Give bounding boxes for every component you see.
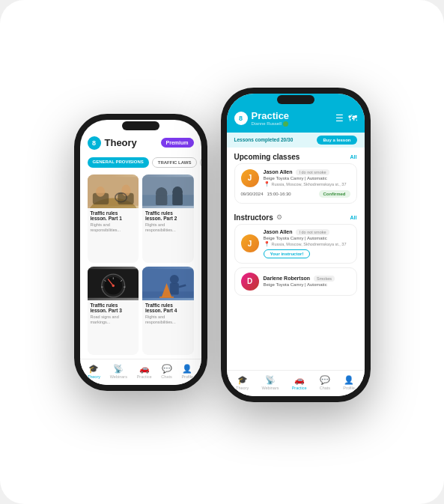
instructor-card-1[interactable]: J Jason Allen I do not smoke Beige Toyot…: [234, 224, 357, 264]
nav-chats[interactable]: 💬 Chats: [161, 364, 171, 379]
lesson-desc-1: Rights and responsibilities...: [91, 222, 136, 232]
svg-rect-29: [159, 297, 174, 298]
tab-categ[interactable]: CATEG...: [200, 157, 201, 168]
nav-theory[interactable]: 🎓 Theory: [88, 364, 100, 379]
lesson-name-1: Traffic rules lesson. Part 1: [91, 210, 136, 222]
smoke-badge: I do not smoke: [296, 169, 329, 175]
lesson-name-2: Traffic rules lesson. Part 2: [145, 210, 191, 222]
lesson-card-2[interactable]: Traffic rules lesson. Part 2 Rights and …: [142, 174, 194, 263]
p-chats-nav-icon: 💬: [320, 375, 330, 385]
instructor-1-avatar: J: [241, 234, 259, 252]
nav-webinars[interactable]: 📡 Webinars: [110, 364, 127, 379]
theory-screen: 8 Theory Premium GENERAL PROVISIONS TRAF…: [80, 120, 201, 385]
practice-nav-webinars[interactable]: 📡 Webinars: [261, 375, 279, 390]
svg-rect-26: [170, 283, 179, 294]
p-webinars-nav-icon: 📡: [265, 375, 276, 385]
p-theory-nav-icon: 🎓: [237, 375, 248, 385]
lesson-card-4[interactable]: Traffic rules lesson. Part 4 Rights and …: [142, 267, 194, 355]
theory-bottom-nav: 🎓 Theory 📡 Webinars 🚗 Practice 💬 Chats: [80, 359, 201, 385]
notch-right: [277, 95, 314, 104]
svg-point-22: [112, 284, 114, 286]
instructors-section: Instructors ⚙ All J: [227, 208, 365, 370]
chats-nav-icon: 💬: [162, 364, 172, 374]
p-practice-nav-icon: 🚗: [294, 375, 305, 385]
nav-theory-label: Theory: [88, 374, 100, 379]
practice-nav-theory[interactable]: 🎓 Theory: [236, 375, 249, 390]
verified-icon: [283, 121, 288, 127]
tab-traffic[interactable]: TRAFFIC LAWS: [152, 157, 198, 168]
practice-logo: 8: [234, 112, 248, 125]
p-profile-nav-icon: 👤: [344, 375, 354, 385]
map-icon[interactable]: 🗺: [348, 113, 357, 124]
nav-chats-label: Chats: [161, 374, 171, 379]
svg-point-4: [96, 186, 105, 197]
filter-icon[interactable]: ⚙: [276, 213, 282, 221]
lesson-desc-2: Rights and responsibilities...: [145, 222, 191, 232]
right-phone: 8 Practice Dianne Russell ☰ 🗺: [221, 88, 371, 402]
practice-screen: 8 Practice Dianne Russell ☰ 🗺: [227, 94, 365, 396]
instructor-2-row: D Darlene Robertson Smokes Beige Toyota …: [241, 273, 350, 291]
left-phone: 8 Theory Premium GENERAL PROVISIONS TRAF…: [74, 114, 207, 391]
svg-rect-8: [142, 195, 194, 206]
profile-nav-icon: 👤: [182, 364, 192, 374]
instructor-2-car: Beige Toyota Camry | Automatic: [264, 282, 350, 287]
practice-nav-profile[interactable]: 👤 Profile: [343, 375, 355, 390]
nav-webinars-label: Webinars: [110, 374, 127, 379]
p-nav-chats-label: Chats: [320, 386, 330, 390]
nav-practice[interactable]: 🚗 Practice: [137, 364, 152, 379]
nav-practice-label: Practice: [137, 374, 152, 379]
instructor-1-location-icon: 📍: [264, 241, 270, 247]
practice-title-block: Practice Dianne Russell: [252, 110, 290, 127]
your-instructor-button[interactable]: Your instructor!: [264, 249, 311, 258]
instructor-1-smoke: I do not smoke: [296, 229, 329, 235]
svg-rect-12: [172, 193, 183, 204]
p-nav-profile-label: Profile: [343, 386, 355, 390]
instructor-1-name-row: Jason Allen I do not smoke: [264, 229, 350, 235]
p-nav-webinars-label: Webinars: [261, 386, 279, 390]
svg-rect-10: [156, 195, 167, 205]
lessons-grid: Traffic rules lesson. Part 1 Rights and …: [80, 171, 201, 359]
notch-left: [122, 121, 159, 130]
upcoming-title: Upcoming classes: [234, 153, 300, 161]
instructor-1-row: J Jason Allen I do not smoke Beige Toyot…: [241, 229, 350, 258]
lesson-name-3: Traffic rules lesson. Part 3: [91, 303, 136, 315]
buy-lesson-button[interactable]: Buy a lesson: [317, 136, 356, 145]
class-instructor-avatar: J: [241, 169, 259, 187]
theory-nav-icon: 🎓: [88, 364, 99, 374]
class-card[interactable]: J Jason Allen I do not smoke Beige Toyot…: [234, 163, 357, 204]
list-icon[interactable]: ☰: [335, 113, 344, 124]
instructor-1-location: 📍 Russia, Moscow, Skhodnemskaya st., 37: [264, 241, 350, 247]
practice-title: Practice: [252, 110, 290, 121]
class-date: 09/30/2024 15:00-16:30: [241, 192, 291, 196]
upcoming-all-link[interactable]: All: [350, 154, 357, 160]
nav-profile[interactable]: 👤 Profile: [181, 364, 193, 379]
class-instructor-info: Jason Allen I do not smoke Beige Toyota …: [264, 169, 350, 187]
p-nav-theory-label: Theory: [236, 386, 249, 390]
lesson-desc-3: Road signs and markings...: [91, 315, 136, 324]
instructors-section-header: Instructors ⚙ All: [227, 208, 365, 224]
lesson-desc-4: Rights and responsibilities...: [145, 315, 191, 324]
practice-logo-area: 8 Practice Dianne Russell: [234, 110, 290, 127]
tab-general[interactable]: GENERAL PROVISIONS: [88, 157, 149, 168]
instructor-card-2[interactable]: D Darlene Robertson Smokes Beige Toyota …: [234, 267, 357, 296]
class-instructor-name: Jason Allen I do not smoke: [264, 169, 350, 175]
instructors-all-link[interactable]: All: [350, 215, 357, 220]
class-location: 📍 Russia, Moscow, Skhodnemskaya st., 37: [264, 181, 350, 187]
practice-nav-chats[interactable]: 💬 Chats: [320, 375, 330, 390]
practice-nav-practice[interactable]: 🚗 Practice: [292, 375, 307, 390]
p-nav-practice-label: Practice: [292, 386, 307, 390]
lesson-card-3[interactable]: Traffic rules lesson. Part 3 Road signs …: [88, 267, 139, 355]
upcoming-section-header: Upcoming classes All: [227, 148, 365, 163]
lesson-card-1[interactable]: Traffic rules lesson. Part 1 Rights and …: [88, 174, 139, 263]
class-car-info: Beige Toyota Camry | Automatic: [264, 176, 350, 180]
instructors-title: Instructors: [234, 213, 273, 222]
practice-header-icons: ☰ 🗺: [335, 113, 357, 124]
lessons-bar: Lessons completed 20/30 Buy a lesson: [227, 133, 365, 148]
instructor-2-avatar: D: [241, 273, 259, 291]
instructor-2-name-row: Darlene Robertson Smokes: [264, 276, 350, 282]
instructor-2-smoke: Smokes: [314, 276, 335, 282]
premium-badge[interactable]: Premium: [161, 138, 194, 148]
instructor-2-info: Darlene Robertson Smokes Beige Toyota Ca…: [264, 276, 350, 287]
theory-logo: 8: [88, 136, 101, 150]
lesson-name-4: Traffic rules lesson. Part 4: [145, 303, 191, 315]
